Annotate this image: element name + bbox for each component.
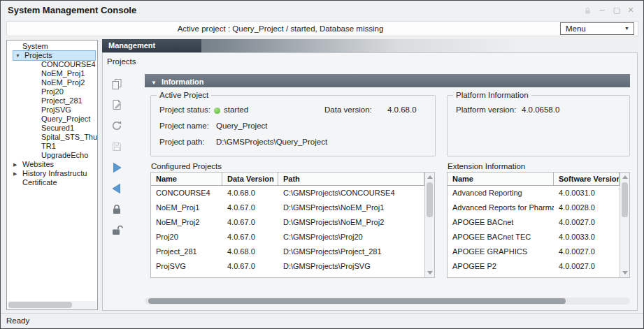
tree-item-upgradeecho[interactable]: UpgradeEcho xyxy=(7,151,97,160)
scroll-down-icon[interactable] xyxy=(427,271,433,275)
horizontal-scrollbar[interactable] xyxy=(145,298,630,305)
table-row[interactable]: APOGEE P2 4.0.0027.0 xyxy=(448,259,620,274)
sidebar-horizontal-scrollbar[interactable] xyxy=(8,301,96,309)
project-tree: System ▼Projects CONCOURSE4 NoEM_Proj1 N… xyxy=(7,42,97,187)
table-row[interactable]: Advanced Reporting 4.0.0031.0 xyxy=(448,186,620,200)
vertical-scrollbar[interactable] xyxy=(424,173,434,277)
lock-button[interactable] xyxy=(108,201,125,218)
scrollbar-thumb[interactable] xyxy=(427,182,433,217)
management-panel: Projects xyxy=(102,52,638,311)
project-path-label: Project path: xyxy=(159,138,205,146)
tab-strip: Management xyxy=(102,39,638,52)
tree-item-noem-proj2[interactable]: NoEM_Proj2 xyxy=(7,78,97,87)
window-title: System Management Console xyxy=(8,5,136,15)
save-button[interactable] xyxy=(108,138,125,155)
tree-item-concourse4[interactable]: CONCOURSE4 xyxy=(7,60,97,69)
unlock-icon xyxy=(110,224,124,237)
titlebar-lock-icon xyxy=(583,6,592,18)
restore-project-icon xyxy=(110,119,124,133)
save-icon xyxy=(110,140,124,154)
table-row[interactable]: APOGEE BACnet 4.0.0027.0 xyxy=(448,215,620,230)
tree-item-spital-sts-thur[interactable]: Spital_STS_Thur xyxy=(7,133,97,142)
status-started-icon xyxy=(214,108,220,114)
extension-information-title: Extension Information xyxy=(448,162,525,170)
start-project-button[interactable] xyxy=(108,159,125,176)
column-header-data-version[interactable]: Data Version xyxy=(222,173,278,185)
column-header-path[interactable]: Path xyxy=(278,173,424,185)
project-name-label: Project name: xyxy=(159,122,209,130)
scroll-up-icon[interactable] xyxy=(427,175,433,179)
platform-information-group-title: Platform Information xyxy=(453,91,531,99)
table-row[interactable]: Project_281 4.0.68.0 D:\GMSProjects\Proj… xyxy=(151,244,424,259)
project-status-label: Project status: xyxy=(159,105,210,114)
status-bar: Ready xyxy=(1,313,643,328)
configured-projects-title: Configured Projects xyxy=(151,162,222,170)
table-header-row: Name Data Version Path xyxy=(151,173,424,186)
table-row[interactable]: Proj20 4.0.67.0 C:\GMSProjects\Proj20 xyxy=(151,230,424,244)
column-header-name[interactable]: Name xyxy=(151,173,222,185)
expander-down-icon[interactable]: ▼ xyxy=(15,51,24,60)
maximize-button[interactable]: ▢ xyxy=(610,3,623,16)
scrollbar-thumb[interactable] xyxy=(622,182,628,217)
tree-item-proj20[interactable]: Proj20 xyxy=(7,87,97,96)
titlebar: System Management Console – ▢ × xyxy=(1,1,643,20)
edit-project-icon xyxy=(110,98,124,112)
platform-version-label: Platform version: xyxy=(456,105,516,114)
column-header-software-version[interactable]: Software Version xyxy=(554,173,620,185)
tree-item-projsvg[interactable]: ProjSVG xyxy=(7,105,97,115)
scroll-up-icon[interactable] xyxy=(622,175,628,179)
tab-management[interactable]: Management xyxy=(102,39,201,52)
collapse-icon[interactable]: ▼ xyxy=(151,80,157,86)
tree-item-system[interactable]: System xyxy=(7,42,97,51)
unlock-button[interactable] xyxy=(108,222,125,239)
menu-dropdown-label: Menu xyxy=(566,23,586,34)
minimize-button[interactable]: – xyxy=(596,3,608,16)
table-row[interactable]: CONCOURSE4 4.0.68.0 C:\GMSProjects\CONCO… xyxy=(151,186,424,200)
stop-project-button[interactable] xyxy=(108,180,125,197)
table-row[interactable]: NoEM_Proj2 4.0.67.0 D:\GMSProjects\NoEM_… xyxy=(151,215,424,230)
tree-item-websites[interactable]: ▶Websites xyxy=(7,160,97,169)
platform-information-groupbox: Platform Information Platform version: 4… xyxy=(447,95,630,156)
table-row[interactable]: NoEM_Proj1 4.0.67.0 D:\GMSProjects\NoEM_… xyxy=(151,200,424,215)
extension-information-table: Name Software Version Advanced Reporting… xyxy=(447,172,630,278)
tree-item-project-281[interactable]: Project_281 xyxy=(7,96,97,105)
table-row[interactable]: ProjSVG 4.0.67.0 D:\GMSProjects\ProjSVG xyxy=(151,259,424,274)
scrollbar-thumb[interactable] xyxy=(8,302,72,308)
table-row[interactable]: APOGEE BACnet TEC 4.0.0033.0 xyxy=(448,230,620,244)
tree-item-noem-proj1[interactable]: NoEM_Proj1 xyxy=(7,69,97,78)
project-path-value: D:\GMSProjects\Query_Project xyxy=(216,138,327,146)
menu-dropdown[interactable]: Menu ▼ xyxy=(560,22,634,35)
column-header-name[interactable]: Name xyxy=(448,173,554,185)
active-project-groupbox: Active Project Project status: started D… xyxy=(150,95,436,156)
information-section-header[interactable]: ▼Information xyxy=(145,74,630,87)
restore-project-button[interactable] xyxy=(108,117,125,134)
project-status-value: started xyxy=(224,105,248,114)
copy-project-button[interactable] xyxy=(108,75,125,92)
expander-right-icon[interactable]: ▶ xyxy=(13,160,22,169)
start-project-icon xyxy=(110,161,124,175)
table-row[interactable]: Advanced Reports for Pharma 4.0.0028.0 xyxy=(448,200,620,215)
tree-item-secured1[interactable]: Secured1 xyxy=(7,124,97,133)
app-window: System Management Console – ▢ × Active p… xyxy=(0,0,644,329)
expander-right-icon[interactable]: ▶ xyxy=(13,169,22,178)
chevron-down-icon: ▼ xyxy=(624,26,629,31)
tree-item-tr1[interactable]: TR1 xyxy=(7,142,97,151)
scroll-down-icon[interactable] xyxy=(622,271,628,275)
table-header-row: Name Software Version xyxy=(448,173,620,186)
navigation-sidebar: System ▼Projects CONCOURSE4 NoEM_Proj1 N… xyxy=(6,40,98,310)
stop-project-icon xyxy=(110,182,124,196)
edit-project-button[interactable] xyxy=(108,96,125,113)
tree-item-projects[interactable]: ▼Projects xyxy=(13,51,95,60)
copy-project-icon xyxy=(110,77,124,91)
active-project-bar: Active project : Query_Project / started… xyxy=(6,21,638,36)
main-area: Management Projects xyxy=(102,39,638,311)
table-row[interactable]: APOGEE GRAPHICS 4.0.0027.0 xyxy=(448,244,620,259)
tree-item-certificate[interactable]: Certificate xyxy=(7,178,97,187)
vertical-scrollbar[interactable] xyxy=(620,173,629,277)
information-section-title: Information xyxy=(162,78,204,86)
close-button[interactable]: × xyxy=(624,3,637,16)
tree-item-history-infrastructure[interactable]: ▶History Infrastructu xyxy=(7,169,97,178)
scrollbar-thumb[interactable] xyxy=(148,298,566,304)
data-version-value: 4.0.68.0 xyxy=(387,105,417,114)
tree-item-query-project[interactable]: Query_Project xyxy=(7,115,97,124)
